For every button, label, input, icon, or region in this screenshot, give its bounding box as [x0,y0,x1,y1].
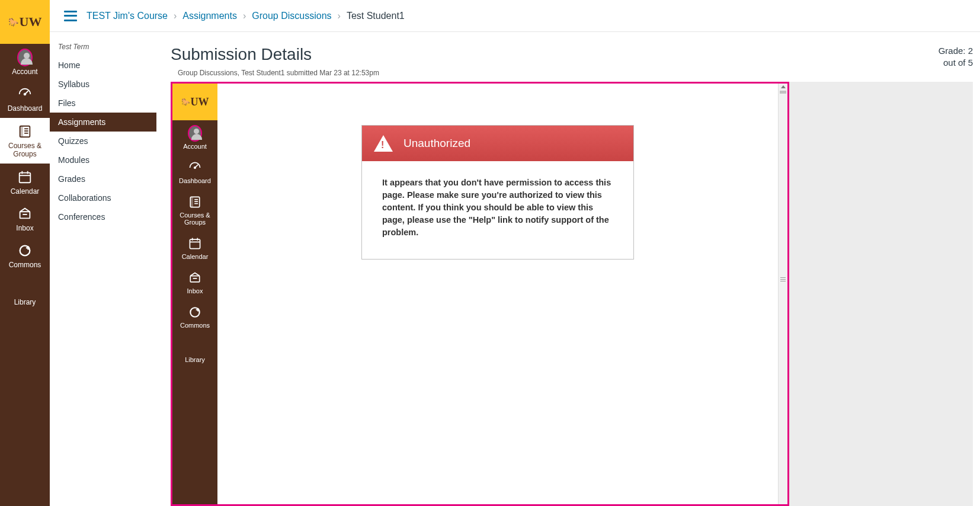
course-nav-files[interactable]: Files [50,94,156,113]
inner-nav-label: Courses & Groups [174,212,216,226]
course-nav: Test Term HomeSyllabusFilesAssignmentsQu… [50,32,156,506]
preview-scrollbar[interactable] [778,84,787,504]
global-nav-courses-groups[interactable]: Courses & Groups [0,118,50,164]
preview-main: Unauthorized It appears that you don't h… [217,84,778,504]
uw-logo[interactable]: 🐎 UW [0,0,50,44]
inner-nav-label: Dashboard [179,177,211,184]
breadcrumb-item[interactable]: Assignments [182,11,237,21]
main-area: TEST Jim's Course›Assignments›Group Disc… [50,0,980,506]
course-nav-modules[interactable]: Modules [50,150,156,169]
courses-icon [188,194,202,210]
inner-nav-label: Commons [180,322,210,329]
inner-logo-bucking-horse-icon: 🐎 [181,98,190,107]
inner-nav-dashboard[interactable]: Dashboard [172,155,217,189]
inner-uw-logo[interactable]: 🐎 UW [172,84,217,120]
grade-line1: Grade: 2 [939,45,973,57]
inner-nav-inbox[interactable]: Inbox [172,265,217,299]
submission-preview-frame: 🐎 UW Account Dashboard Courses & Groups … [171,82,789,506]
right-pane [789,82,973,506]
error-header: Unauthorized [362,126,633,161]
dashboard-icon [188,160,202,175]
inner-nav-library[interactable]: Library [172,334,217,368]
inbox-icon [188,270,202,286]
nav-label: Calendar [11,187,40,196]
term-label: Test Term [50,43,156,56]
calendar-icon [188,236,202,251]
global-nav-inbox[interactable]: Inbox [0,200,50,237]
global-nav-account[interactable]: Account [0,44,50,81]
inbox-icon [17,206,33,222]
content-area: Submission Details Group Discussions, Te… [156,32,980,506]
body-row: Test Term HomeSyllabusFilesAssignmentsQu… [50,32,980,506]
calendar-icon [17,169,33,185]
grade-display: Grade: 2 out of 5 [927,45,973,69]
nav-label: Commons [9,261,41,269]
inner-logo-text: UW [191,96,209,108]
breadcrumb-item[interactable]: Group Discussions [252,11,331,21]
warning-icon [374,135,393,152]
inner-nav-label: Library [185,356,205,363]
nav-label: Account [12,68,37,76]
global-nav-calendar[interactable]: Calendar [0,164,50,200]
breadcrumb: TEST Jim's Course›Assignments›Group Disc… [87,11,405,21]
error-title: Unauthorized [403,137,470,150]
inner-nav-calendar[interactable]: Calendar [172,230,217,265]
course-nav-collaborations[interactable]: Collaborations [50,188,156,207]
inner-nav-label: Account [183,143,207,150]
courses-icon [17,124,33,139]
nav-label: Library [14,298,36,306]
commons-icon [188,305,202,320]
logo-bucking-horse-icon: 🐎 [8,17,18,27]
dashboard-icon [17,87,33,102]
global-nav-commons[interactable]: Commons [0,237,50,274]
course-nav-quizzes[interactable]: Quizzes [50,132,156,150]
inner-nav-label: Inbox [187,287,203,294]
course-nav-assignments[interactable]: Assignments [50,113,156,132]
breadcrumb-item[interactable]: TEST Jim's Course [87,11,168,21]
top-bar: TEST Jim's Course›Assignments›Group Disc… [50,0,980,32]
breadcrumb-separator: › [338,11,341,21]
global-nav-library[interactable]: Library [0,274,50,311]
global-nav: 🐎 UW Account Dashboard Courses & Groups … [0,0,50,506]
breadcrumb-separator: › [243,11,246,21]
nav-label: Courses & Groups [1,142,49,159]
avatar-icon [17,49,33,66]
hamburger-menu-icon[interactable] [64,11,77,21]
error-card: Unauthorized It appears that you don't h… [361,125,634,260]
nav-label: Dashboard [8,104,43,113]
grade-line2: out of 5 [939,57,973,69]
avatar-icon [188,125,202,142]
inner-nav-label: Calendar [182,253,209,260]
course-nav-grades[interactable]: Grades [50,169,156,188]
inner-nav-commons[interactable]: Commons [172,299,217,334]
inner-nav-account[interactable]: Account [172,120,217,155]
page-title: Submission Details [171,45,379,64]
error-body: It appears that you don't have permissio… [362,161,633,259]
preview-wrap: 🐎 UW Account Dashboard Courses & Groups … [171,82,973,506]
commons-icon [17,243,33,258]
course-nav-conferences[interactable]: Conferences [50,207,156,226]
course-nav-home[interactable]: Home [50,56,156,75]
logo-text: UW [20,14,42,30]
inner-nav-courses-groups[interactable]: Courses & Groups [172,189,217,230]
course-nav-syllabus[interactable]: Syllabus [50,75,156,94]
breadcrumb-separator: › [174,11,177,21]
submission-meta: Group Discussions, Test Student1 submitt… [171,64,379,81]
inner-global-nav: 🐎 UW Account Dashboard Courses & Groups … [172,84,217,504]
nav-label: Inbox [16,224,33,232]
global-nav-dashboard[interactable]: Dashboard [0,81,50,117]
breadcrumb-item: Test Student1 [347,11,405,21]
